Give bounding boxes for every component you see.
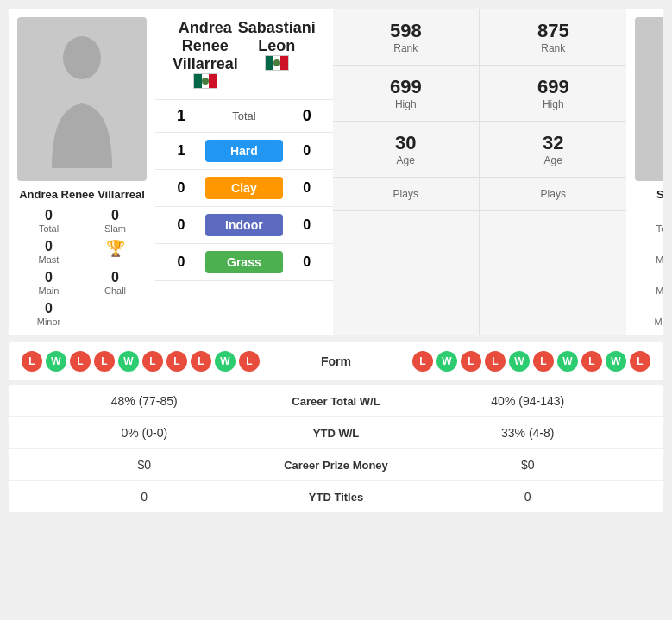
player1-total-block: 0 Total	[20, 208, 78, 234]
hard-right-count: 0	[294, 143, 320, 159]
player2-total-label: Total	[656, 223, 663, 234]
stats-cell-left-2: $0	[22, 458, 267, 472]
p1-rank-value: 598	[390, 20, 422, 42]
player1-main-block: 0 Main	[20, 270, 78, 296]
form-badge-p1: L	[191, 351, 211, 372]
p2-name-block: Sabastiani Leon	[238, 19, 316, 76]
p2-high-box: 699 High	[480, 66, 626, 122]
player1-chall-value: 0	[111, 270, 119, 285]
player1-stats: 0 Total 0 Slam 0 Mast 🏆 0 Main	[16, 208, 148, 327]
player1-main-label: Main	[39, 285, 60, 296]
p2-age-box: 32 Age	[480, 122, 626, 178]
indoor-badge: Indoor	[205, 214, 283, 236]
player1-minor-label: Minor	[37, 316, 61, 327]
stats-cell-right-1: 33% (4-8)	[405, 426, 651, 440]
player2-stats: 0 Total 0 Slam 0 Mast 🏆 0 Main	[633, 208, 663, 327]
player1-trophy-icon: 🏆	[106, 239, 125, 258]
player1-trophy: 🏆	[86, 239, 144, 265]
player1-slam-value: 0	[111, 208, 119, 223]
player1-card: Andrea Renee Villarreal 0 Total 0 Slam 0…	[9, 9, 155, 335]
player2-main-value: 0	[663, 270, 663, 285]
grass-row: 0 Grass 0	[155, 244, 333, 281]
form-badge-p1: L	[94, 351, 115, 372]
player1-mast-block: 0 Mast	[20, 239, 78, 265]
form-badge-p1: L	[166, 351, 187, 372]
player2-flag	[265, 55, 289, 71]
p2-high-label: High	[543, 98, 564, 110]
p1-age-box: 30 Age	[333, 122, 479, 178]
form-badge-p1: L	[239, 351, 260, 372]
form-badge-p1: L	[22, 351, 42, 372]
indoor-row: 0 Indoor 0	[155, 207, 333, 244]
stats-table: 48% (77-85)Career Total W/L40% (94-143)0…	[9, 385, 663, 512]
p1-high-value: 699	[390, 76, 422, 98]
player1-mast-label: Mast	[39, 254, 60, 265]
p2-plays-box: Plays	[480, 178, 626, 211]
p2-plays-label: Plays	[541, 188, 566, 200]
clay-right-count: 0	[294, 180, 320, 196]
player2-total-value: 0	[663, 208, 663, 223]
hard-left-count: 1	[168, 143, 194, 159]
stats-cell-center-0: Career Total W/L	[267, 395, 405, 408]
p1-title: Andrea Renee Villarreal	[173, 19, 238, 73]
stats-cell-center-3: YTD Titles	[267, 491, 405, 504]
form-badge-p1: L	[142, 351, 163, 372]
indoor-badge-container: Indoor	[194, 214, 294, 236]
stats-cell-left-3: 0	[22, 490, 267, 504]
clay-row: 0 Clay 0	[155, 170, 333, 207]
player1-flag	[193, 73, 217, 89]
clay-badge: Clay	[205, 177, 283, 199]
player2-minor-block: 0 Minor	[637, 301, 663, 327]
total-row: 1 Total 0	[155, 100, 333, 133]
total-right-num: 0	[294, 107, 320, 125]
grass-right-count: 0	[294, 254, 320, 270]
hard-row: 1 Hard 0	[155, 133, 333, 170]
form-badge-p2: L	[485, 351, 506, 372]
form-badge-p1: L	[70, 351, 91, 372]
player1-form-badges: LWLLWLLLWL	[22, 351, 260, 372]
p2-age-value: 32	[543, 132, 563, 154]
p2-rank-box: 875 Rank	[480, 9, 626, 66]
p2-rank-value: 875	[537, 20, 569, 42]
form-badge-p2: L	[581, 351, 602, 372]
stats-cell-right-2: $0	[405, 458, 651, 472]
stats-row-3: 0YTD Titles0	[9, 481, 663, 512]
stats-row-2: $0Career Prize Money$0	[9, 449, 663, 481]
svg-point-0	[63, 36, 101, 79]
player2-main-block: 0 Main	[637, 270, 663, 296]
stats-row-1: 0% (0-0)YTD W/L33% (4-8)	[9, 417, 663, 449]
player1-name: Andrea Renee Villarreal	[19, 188, 145, 201]
total-left-num: 1	[168, 107, 194, 125]
player2-mast-block: 0 Mast	[637, 239, 663, 265]
player2-minor-label: Minor	[655, 316, 663, 327]
form-label: Form	[302, 354, 371, 368]
form-badge-p2: W	[606, 351, 626, 372]
comparison-top: Andrea Renee Villarreal 0 Total 0 Slam 0…	[9, 9, 663, 335]
p1-age-value: 30	[395, 132, 416, 154]
p2-age-label: Age	[544, 154, 562, 166]
player1-total-label: Total	[39, 223, 59, 234]
player2-mast-label: Mast	[656, 254, 663, 265]
player1-slam-block: 0 Slam	[86, 208, 144, 234]
p1-name-block: Andrea Renee Villarreal	[173, 19, 238, 94]
player2-stats-panel: 875 Rank 699 High 32 Age Plays	[480, 9, 626, 335]
p1-age-label: Age	[397, 154, 415, 166]
player2-form-badges: LWLLWLWLWL	[412, 351, 650, 372]
p1-rank-label: Rank	[393, 42, 418, 54]
player1-slam-label: Slam	[104, 223, 126, 234]
clay-badge-container: Clay	[194, 177, 294, 199]
stats-cell-right-0: 40% (94-143)	[405, 394, 651, 408]
player1-total-value: 0	[45, 208, 53, 223]
player1-minor-value: 0	[45, 301, 53, 316]
form-badge-p2: L	[533, 351, 554, 372]
center-column: Andrea Renee Villarreal Sabastiani Leon …	[155, 9, 333, 335]
grass-left-count: 0	[168, 254, 194, 270]
stats-cell-right-3: 0	[405, 490, 651, 504]
stats-cell-left-1: 0% (0-0)	[22, 426, 267, 440]
form-badge-p1: W	[215, 351, 236, 372]
player2-mast-value: 0	[663, 239, 663, 254]
player2-silhouette	[656, 30, 663, 168]
p2-title: Sabastiani Leon	[238, 19, 316, 55]
form-badge-p2: L	[412, 351, 433, 372]
main-container: Andrea Renee Villarreal 0 Total 0 Slam 0…	[9, 9, 663, 512]
